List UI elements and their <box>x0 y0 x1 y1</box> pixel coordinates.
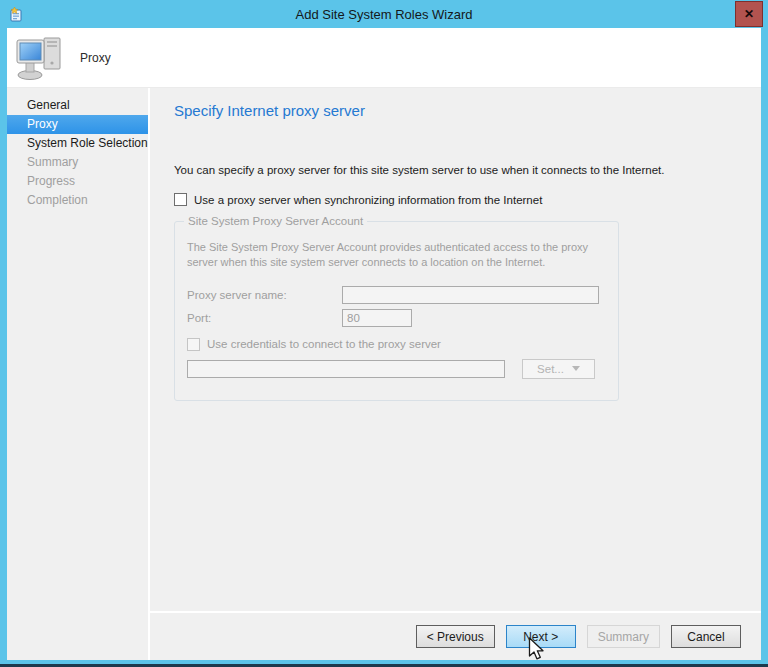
set-account-button-label: Set... <box>537 363 564 375</box>
set-account-button: Set... <box>522 359 595 379</box>
titlebar: Add Site System Roles Wizard ✕ <box>0 0 768 28</box>
window-title: Add Site System Roles Wizard <box>295 7 472 22</box>
wizard-step-sidebar: General Proxy System Role Selection Summ… <box>7 88 150 660</box>
account-row: Set... <box>187 359 606 379</box>
page-description: You can specify a proxy server for this … <box>174 164 737 176</box>
header-page-label: Proxy <box>80 51 111 65</box>
proxy-name-input <box>342 286 599 304</box>
previous-button[interactable]: < Previous <box>416 625 495 648</box>
header-banner: Proxy <box>7 28 761 88</box>
groupbox-description: The Site System Proxy Server Account pro… <box>187 240 611 271</box>
sidebar-item-general[interactable]: General <box>7 96 148 115</box>
port-label: Port: <box>187 312 342 324</box>
use-proxy-checkbox-label: Use a proxy server when synchronizing in… <box>194 194 542 206</box>
sidebar-item-completion: Completion <box>7 191 148 210</box>
dialog-body: Proxy General Proxy System Role Selectio… <box>7 28 761 660</box>
next-button[interactable]: Next > <box>506 625 576 648</box>
close-button[interactable]: ✕ <box>735 1 763 27</box>
use-proxy-checkbox[interactable] <box>174 193 187 206</box>
groupbox-legend: Site System Proxy Server Account <box>184 215 367 227</box>
port-input <box>342 309 412 327</box>
credentials-checkbox-label: Use credentials to connect to the proxy … <box>207 338 441 350</box>
proxy-name-label: Proxy server name: <box>187 289 342 301</box>
proxy-name-row: Proxy server name: <box>187 286 606 304</box>
sidebar-item-progress: Progress <box>7 172 148 191</box>
proxy-account-groupbox: Site System Proxy Server Account The Sit… <box>174 221 619 401</box>
wizard-button-bar: < Previous Next > Summary Cancel <box>150 611 761 660</box>
sidebar-item-summary: Summary <box>7 153 148 172</box>
sidebar-item-system-role-selection[interactable]: System Role Selection <box>7 134 148 153</box>
credentials-checkbox <box>187 338 200 351</box>
wizard-page: Specify Internet proxy server You can sp… <box>150 88 761 660</box>
account-input <box>187 360 505 378</box>
computer-icon <box>15 35 67 81</box>
summary-button: Summary <box>587 625 660 648</box>
cancel-button[interactable]: Cancel <box>671 625 741 648</box>
wizard-window: Add Site System Roles Wizard ✕ <box>0 0 768 667</box>
port-row: Port: <box>187 309 606 327</box>
sidebar-item-proxy[interactable]: Proxy <box>7 115 148 134</box>
use-proxy-checkbox-row: Use a proxy server when synchronizing in… <box>174 193 737 206</box>
dropdown-arrow-icon <box>572 366 580 371</box>
wizard-icon <box>8 6 24 22</box>
credentials-checkbox-row: Use credentials to connect to the proxy … <box>187 338 606 351</box>
page-title: Specify Internet proxy server <box>174 102 737 120</box>
